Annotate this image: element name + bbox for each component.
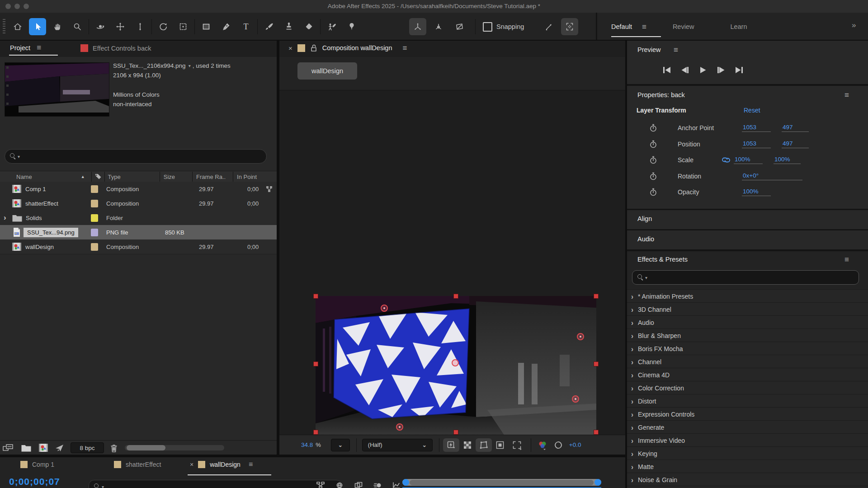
table-row-shattereffect[interactable]: shatterEffect Composition 29.97 0;00 bbox=[0, 196, 277, 211]
effects-category[interactable]: ›3D Channel bbox=[627, 302, 868, 316]
property-label[interactable]: Opacity bbox=[678, 188, 736, 196]
transform-reset-link[interactable]: Reset bbox=[744, 107, 760, 114]
effect-control-point[interactable] bbox=[381, 305, 388, 312]
position-y-value[interactable]: 497 bbox=[782, 140, 809, 148]
pen-tool-button[interactable] bbox=[217, 18, 235, 35]
stopwatch-icon[interactable] bbox=[649, 155, 658, 165]
orbit-camera-tool-button[interactable] bbox=[92, 18, 109, 35]
opacity-value[interactable]: 100% bbox=[742, 188, 771, 196]
column-in-point[interactable]: In Point bbox=[237, 174, 257, 180]
puppet-pin-tool-button[interactable] bbox=[343, 18, 360, 35]
interpret-footage-icon[interactable] bbox=[3, 443, 14, 452]
previous-frame-button[interactable] bbox=[679, 65, 690, 75]
effects-panel-menu-icon[interactable]: ≡ bbox=[844, 256, 849, 263]
align-title[interactable]: Align bbox=[637, 215, 652, 222]
toolbar-grip[interactable] bbox=[3, 19, 5, 34]
effects-category[interactable]: ›Audio bbox=[627, 315, 868, 329]
effects-category[interactable]: ›* Animation Presets bbox=[627, 289, 868, 303]
graph-editor-icon[interactable] bbox=[392, 482, 401, 488]
column-type[interactable]: Type bbox=[108, 174, 121, 180]
clone-stamp-tool-button[interactable] bbox=[280, 18, 297, 35]
column-name[interactable]: Name bbox=[16, 174, 32, 180]
timeline-search-input[interactable]: ▾ bbox=[89, 480, 342, 488]
project-scrollbar-track[interactable] bbox=[125, 445, 224, 450]
timeline-tab-shattereffect[interactable]: shatterEffect bbox=[114, 461, 161, 468]
selection-handle-mid-right[interactable] bbox=[594, 361, 599, 366]
effects-category[interactable]: ›Blur & Sharpen bbox=[627, 328, 868, 342]
project-table-header[interactable]: Name ▲ Type Size Frame Ra.. In Point bbox=[0, 171, 277, 183]
selection-handle-bottom-right[interactable] bbox=[594, 430, 599, 435]
rotation-value[interactable]: 0x+0° bbox=[742, 172, 802, 180]
world-axis-mode-button[interactable] bbox=[430, 18, 447, 35]
draft-3d-icon[interactable] bbox=[335, 482, 344, 488]
selection-handle-bottom-center[interactable] bbox=[453, 430, 458, 435]
project-search-input[interactable]: ▾ bbox=[5, 149, 267, 164]
folder-expand-icon[interactable]: › bbox=[4, 213, 6, 222]
selection-handle-mid-left[interactable] bbox=[313, 361, 318, 366]
workspace-tab-default[interactable]: Default bbox=[611, 23, 632, 30]
workspace-tab-review[interactable]: Review bbox=[673, 23, 694, 30]
property-label[interactable]: Anchor Point bbox=[678, 124, 736, 131]
tab-project[interactable]: Project ≡ bbox=[10, 44, 41, 52]
effects-category[interactable]: ›Color Correction bbox=[627, 381, 868, 394]
resolution-dropdown[interactable]: (Half) ⌄ bbox=[362, 439, 433, 451]
label-color-swatch[interactable] bbox=[91, 243, 98, 251]
property-label[interactable]: Position bbox=[678, 141, 736, 148]
magnification-dropdown[interactable]: ⌄ bbox=[331, 439, 350, 451]
table-row-png-selected[interactable]: SSU_Tex...94.png PNG file 850 KB bbox=[0, 225, 277, 240]
roto-brush-tool-button[interactable] bbox=[323, 18, 340, 35]
brush-tool-button[interactable] bbox=[260, 18, 278, 35]
snapping-checkbox[interactable] bbox=[483, 22, 492, 32]
unlock-icon[interactable] bbox=[310, 44, 317, 52]
scrollbar-right-handle[interactable] bbox=[594, 479, 601, 486]
row-name-selected[interactable]: SSU_Tex...94.png bbox=[24, 228, 78, 237]
tab-effect-controls[interactable]: Effect Controls back bbox=[80, 44, 151, 52]
composition-tab-close-icon[interactable]: × bbox=[288, 44, 292, 52]
selection-handle-top-left[interactable] bbox=[313, 294, 318, 299]
eraser-tool-button[interactable] bbox=[300, 18, 317, 35]
home-button[interactable] bbox=[9, 18, 26, 35]
workspace-tab-learn[interactable]: Learn bbox=[730, 23, 747, 30]
row-name[interactable]: Solids bbox=[26, 215, 42, 221]
table-row-walldesign[interactable]: wallDesign Composition 29.97 0;00 bbox=[0, 239, 277, 254]
effect-control-point[interactable] bbox=[572, 395, 579, 403]
new-composition-icon[interactable] bbox=[38, 443, 49, 452]
property-label[interactable]: Rotation bbox=[678, 173, 736, 180]
link-icon[interactable] bbox=[721, 156, 731, 164]
snap-beyond-edges-button[interactable] bbox=[540, 18, 557, 35]
effects-category[interactable]: ›Keying bbox=[627, 446, 868, 460]
effects-category[interactable]: ›Channel bbox=[627, 355, 868, 368]
preview-title[interactable]: Preview bbox=[637, 46, 661, 53]
scrollbar-thumb[interactable] bbox=[410, 480, 594, 485]
scale-x-value[interactable]: 100% bbox=[734, 156, 763, 164]
effects-category[interactable]: ›Expression Controls bbox=[627, 407, 868, 421]
anchor-point-y-value[interactable]: 497 bbox=[782, 124, 809, 132]
composition-image[interactable] bbox=[316, 296, 596, 437]
new-folder-icon[interactable] bbox=[21, 444, 32, 452]
preview-panel-menu-icon[interactable]: ≡ bbox=[674, 46, 678, 54]
timeline-panel-menu-icon[interactable]: ≡ bbox=[249, 461, 253, 468]
mask-visibility-button[interactable] bbox=[476, 438, 492, 452]
sort-ascending-icon[interactable]: ▲ bbox=[81, 174, 85, 179]
scrollbar-left-handle[interactable] bbox=[402, 479, 409, 486]
camera-track-tool-button[interactable] bbox=[175, 18, 192, 35]
effects-category[interactable]: ›Obsolete bbox=[627, 486, 868, 488]
composition-mini-flowchart-icon[interactable] bbox=[316, 482, 325, 488]
effects-category[interactable]: ›Noise & Grain bbox=[627, 473, 868, 486]
stopwatch-icon[interactable] bbox=[649, 171, 658, 181]
effects-category[interactable]: ›Matte bbox=[627, 460, 868, 473]
snapping-toggle[interactable]: Snapping bbox=[483, 22, 524, 32]
exposure-reset-icon[interactable] bbox=[551, 438, 566, 452]
effects-search-input[interactable]: ▾ bbox=[632, 270, 859, 285]
frame-blending-icon[interactable] bbox=[354, 482, 363, 488]
position-x-value[interactable]: 1053 bbox=[742, 140, 771, 148]
workspace-default-menu-icon[interactable]: ≡ bbox=[642, 23, 646, 31]
effect-control-point[interactable] bbox=[577, 333, 584, 340]
row-name[interactable]: Comp 1 bbox=[25, 186, 46, 192]
row-name[interactable]: wallDesign bbox=[25, 244, 54, 250]
fast-previews-button[interactable] bbox=[443, 438, 459, 452]
column-size[interactable]: Size bbox=[164, 174, 175, 180]
project-panel-menu-icon[interactable]: ≡ bbox=[37, 44, 41, 52]
timeline-tab-comp1[interactable]: Comp 1 bbox=[20, 461, 54, 468]
choose-grid-guides-button[interactable] bbox=[508, 438, 526, 452]
